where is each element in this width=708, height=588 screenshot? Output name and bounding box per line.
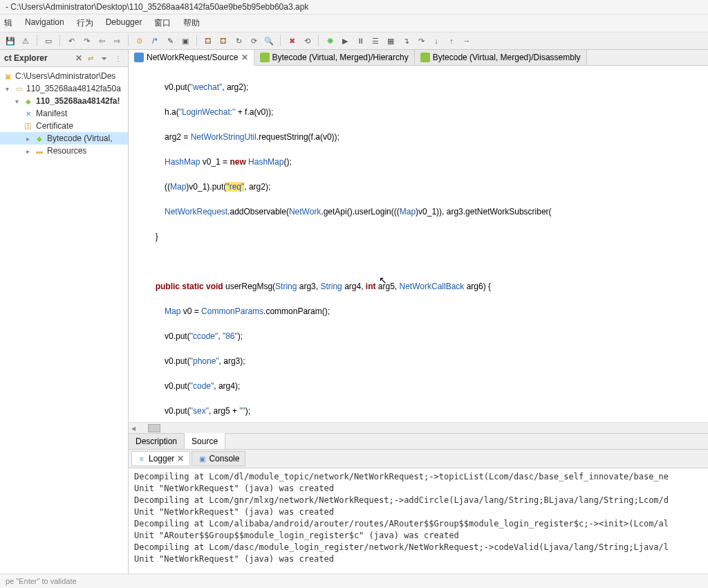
android-icon: ◆	[35, 134, 44, 143]
hierarchy2-icon[interactable]: ⚃	[217, 35, 230, 47]
tab-disassembly[interactable]: Bytecode (Virtual, Merged)/Disassembly	[415, 50, 587, 65]
tab-hierarchy[interactable]: Bytecode (Virtual, Merged)/Hierarchy	[254, 50, 415, 65]
step-into-icon[interactable]: ↓	[430, 35, 442, 47]
key-icon: ⚿	[24, 121, 33, 131]
close-icon[interactable]: ✕	[75, 53, 82, 63]
refresh2-icon[interactable]: ⟲	[301, 35, 313, 47]
step-over-icon[interactable]: ↷	[415, 35, 427, 47]
explorer-tab-header: ct Explorer ✕ ⇄ ⏷ ⋮	[0, 50, 128, 67]
folder-icon: ▬	[35, 146, 44, 156]
tree-root[interactable]: ▣ C:\Users\Administrator\Des	[0, 70, 128, 82]
step-icon[interactable]: ↴	[400, 35, 412, 47]
tree-certificate[interactable]: ⚿ Certificate	[0, 120, 128, 132]
menu-help[interactable]: 帮助	[183, 17, 200, 29]
tree-label: Bytecode (Virtual,	[47, 134, 113, 143]
undo-icon[interactable]: ↶	[65, 35, 77, 47]
editor-bottom-tabs: Description Source	[129, 433, 708, 449]
tab-label: Bytecode (Virtual, Merged)/Disassembly	[433, 53, 581, 62]
status-bar: pe "Enter" to validate	[0, 573, 708, 588]
project-tree: ▣ C:\Users\Administrator\Des ▾ ▭ 110_352…	[0, 67, 128, 573]
close-icon[interactable]: ✕	[177, 454, 184, 463]
cancel-icon[interactable]: ✖	[286, 35, 298, 47]
tree-label: C:\Users\Administrator\Des	[15, 71, 115, 81]
scrollbar-thumb[interactable]	[148, 424, 160, 432]
tab-label: NetWorkRequest/Source	[147, 53, 239, 62]
menu-edit[interactable]: 辑	[4, 17, 12, 29]
tree-label: Manifest	[36, 109, 67, 118]
console-tab[interactable]: ▣ Console	[192, 451, 245, 466]
continue-icon[interactable]: →	[460, 35, 473, 47]
link-icon[interactable]: ⇄	[85, 53, 96, 64]
separator	[280, 35, 281, 46]
explorer-title: ct Explorer	[4, 53, 73, 63]
menu-navigation[interactable]: Navigation	[25, 17, 64, 29]
logger-tab[interactable]: ≡ Logger ✕	[131, 451, 190, 466]
separator	[37, 35, 37, 46]
edit-icon[interactable]: ✎	[164, 35, 176, 47]
filter-icon[interactable]: ⏷	[99, 53, 110, 64]
code-content: v0.put("wechat", arg2); h.a("LoginWechat…	[129, 66, 708, 422]
save-icon[interactable]: 💾	[4, 35, 17, 47]
tab-description[interactable]: Description	[129, 434, 185, 449]
pause-icon[interactable]: ⏸	[354, 35, 366, 47]
menu-window[interactable]: 窗口	[154, 17, 171, 29]
list-icon[interactable]: ☰	[369, 35, 382, 47]
expand-icon[interactable]: ▸	[24, 135, 32, 143]
tree-resources[interactable]: ▸ ▬ Resources	[0, 145, 128, 157]
xml-icon: ✕	[24, 109, 33, 118]
box-icon[interactable]: ▣	[179, 35, 192, 47]
logger-tab-bar: ≡ Logger ✕ ▣ Console	[129, 450, 708, 468]
logger-output[interactable]: Decompiling at Lcom/dl/module_topic/netw…	[129, 468, 708, 573]
scroll-left-icon[interactable]: ◂	[129, 423, 138, 433]
menu-icon[interactable]: ⋮	[113, 53, 124, 64]
sync-icon[interactable]: ⟳	[248, 35, 260, 47]
expand-icon[interactable]: ▸	[24, 147, 32, 155]
editor-tabs: NetWorkRequest/Source ✕ Bytecode (Virtua…	[129, 50, 708, 66]
menu-bar: 辑 Navigation 行为 Debugger 窗口 帮助	[0, 15, 708, 33]
grid-icon[interactable]: ▦	[384, 35, 397, 47]
gears-icon[interactable]: ⚙	[133, 35, 146, 47]
tree-manifest[interactable]: ✕ Manifest	[0, 107, 128, 120]
debug-icon[interactable]: ❋	[324, 35, 336, 47]
separator	[59, 35, 60, 46]
tree-label: 110_35268aa48142fa50a	[26, 84, 121, 93]
close-icon[interactable]: ✕	[241, 53, 248, 62]
warning-icon[interactable]: ⚠	[19, 35, 32, 47]
tab-label: Bytecode (Virtual, Merged)/Hierarchy	[272, 53, 409, 62]
search-icon[interactable]: 🔍	[263, 35, 275, 47]
project-explorer: ct Explorer ✕ ⇄ ⏷ ⋮ ▣ C:\Users\Administr…	[0, 50, 129, 573]
comment-icon[interactable]: /*	[149, 35, 161, 47]
collapse-icon[interactable]: ▾	[12, 98, 21, 105]
tree-apk-inner[interactable]: ▾ ◆ 110_35268aa48142fa!	[0, 95, 128, 107]
package-icon: ▭	[14, 84, 24, 93]
tree-label: Certificate	[36, 121, 73, 131]
code-editor[interactable]: v0.put("wechat", arg2); h.a("LoginWechat…	[129, 66, 708, 422]
menu-debugger[interactable]: Debugger	[106, 17, 142, 29]
new-window-icon[interactable]: ▭	[42, 35, 55, 47]
forward-icon[interactable]: ⇨	[111, 35, 123, 47]
tab-source-bottom[interactable]: Source	[185, 433, 225, 449]
logger-icon: ≡	[138, 454, 146, 463]
menu-behavior[interactable]: 行为	[77, 17, 93, 29]
tab-source[interactable]: NetWorkRequest/Source ✕	[129, 50, 254, 66]
step-out-icon[interactable]: ↑	[445, 35, 458, 47]
refresh-icon[interactable]: ↻	[232, 35, 245, 47]
main-area: ct Explorer ✕ ⇄ ⏷ ⋮ ▣ C:\Users\Administr…	[0, 50, 708, 573]
back-icon[interactable]: ⇦	[95, 35, 108, 47]
tree-apk-row[interactable]: ▾ ▭ 110_35268aa48142fa50a	[0, 82, 128, 95]
android-icon	[420, 53, 430, 62]
tree-bytecode[interactable]: ▸ ◆ Bytecode (Virtual,	[0, 132, 128, 145]
tab-label: Logger	[149, 454, 174, 463]
redo-icon[interactable]: ↷	[80, 35, 93, 47]
separator	[128, 35, 129, 46]
tree-label: Resources	[47, 146, 86, 156]
window-title: - C:\Users\Administrator\Desktop\110_352…	[0, 0, 708, 15]
hierarchy-icon[interactable]: ⚃	[202, 35, 214, 47]
tab-label: Console	[209, 454, 239, 463]
collapse-icon[interactable]: ▾	[3, 85, 11, 93]
editor-hscrollbar[interactable]: ◂	[129, 422, 708, 433]
android-icon	[260, 53, 270, 62]
tree-label: 110_35268aa48142fa!	[36, 96, 120, 106]
logger-pane: ≡ Logger ✕ ▣ Console Decompiling at Lcom…	[129, 449, 708, 573]
play-icon[interactable]: ▶	[339, 35, 351, 47]
